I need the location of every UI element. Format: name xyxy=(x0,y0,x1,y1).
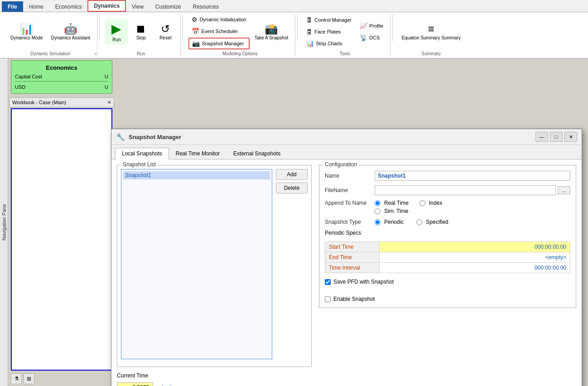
strip-charts-button[interactable]: 📊 Strip Charts xyxy=(303,38,355,49)
flask-icon[interactable]: ⚗ xyxy=(11,373,22,384)
tab-file[interactable]: File xyxy=(2,1,23,12)
name-input[interactable] xyxy=(375,171,570,181)
snapshot-list-box: Snapshot1 xyxy=(121,169,272,359)
save-pfd-checkbox[interactable] xyxy=(325,279,331,285)
take-snapshot-button[interactable]: 📸 Take A Snapshot xyxy=(251,21,292,43)
run-group-label: Run xyxy=(137,49,145,56)
dialog-close-button[interactable]: ✕ xyxy=(564,132,577,142)
dynamics-assistant-button[interactable]: 🤖 Dynamics Assistant xyxy=(48,21,94,43)
enable-snapshot-row: Enable Snapshot xyxy=(325,296,570,302)
ribbon-content: 📊 Dynamics Mode 🤖 Dynamics Assistant Dyn… xyxy=(0,12,588,58)
workbook-close-button[interactable]: × xyxy=(108,99,111,106)
dcs-button[interactable]: 📡 DCS xyxy=(357,32,386,43)
take-snapshot-icon: 📸 xyxy=(265,24,278,34)
summary-items: ≡ Equation Summary Summary xyxy=(398,14,464,49)
economics-card: Economics Capital Cost U USD U xyxy=(11,60,112,94)
event-scheduler-button[interactable]: 📅 Event Scheduler xyxy=(188,26,249,37)
reset-button[interactable]: ↺ Reset xyxy=(154,21,177,43)
tab-dynamics[interactable]: Dynamics xyxy=(87,0,126,12)
tab-home[interactable]: Home xyxy=(23,1,49,12)
strip-charts-label: Strip Charts xyxy=(316,41,342,46)
dialog-maximize-button[interactable]: □ xyxy=(550,132,563,142)
start-time-value[interactable]: 000:00:00.00 xyxy=(380,242,570,252)
left-panel: Navigation Pane Economics Capital Cost U… xyxy=(0,58,114,386)
currency-label: USD xyxy=(15,84,25,90)
snapshot-list-section: Snapshot List Snapshot1 Add Delete xyxy=(117,165,312,386)
end-time-value[interactable]: <empty> xyxy=(380,252,570,263)
profile-label: Profile xyxy=(369,23,383,29)
tab-local-snapshots[interactable]: Local Snapshots xyxy=(115,148,169,159)
dynamics-assistant-label: Dynamics Assistant xyxy=(51,35,91,40)
dynamic-init-button[interactable]: ⚙ Dynamic Initialization xyxy=(188,14,249,25)
real-time-radio[interactable] xyxy=(375,200,381,206)
dynamic-init-icon: ⚙ xyxy=(192,16,198,23)
index-radio[interactable] xyxy=(419,200,425,206)
periodic-radio[interactable] xyxy=(375,219,381,225)
reset-icon: ↺ xyxy=(161,24,170,34)
profile-button[interactable]: 📈 Profile xyxy=(357,20,386,31)
tab-resources[interactable]: Resources xyxy=(187,1,225,12)
snapshot-type-row: Snapshot Type Periodic Specified xyxy=(325,219,570,225)
configuration-legend: Configuration xyxy=(323,161,359,168)
dialog-titlebar: 🔧 Snapshot Manager — □ ✕ xyxy=(111,129,582,145)
take-snapshot-label: Take A Snapshot xyxy=(255,35,289,40)
specified-radio[interactable] xyxy=(416,219,422,225)
profile-icon: 📈 xyxy=(360,22,367,29)
current-time-label: Current Time xyxy=(117,372,148,379)
dialog-icon: 🔧 xyxy=(116,133,125,141)
ribbon-group-summary: ≡ Equation Summary Summary Summary xyxy=(395,14,468,56)
tab-view[interactable]: View xyxy=(126,1,149,12)
workbook-header: Workbook - Case (Main) × xyxy=(9,97,114,107)
time-interval-value[interactable]: 000:00:00.00 xyxy=(380,263,570,273)
navigation-pane[interactable]: Navigation Pane xyxy=(0,58,8,386)
name-label: Name xyxy=(325,173,375,179)
event-scheduler-label: Event Scheduler xyxy=(201,29,238,34)
time-interval-label: Time Interval xyxy=(325,263,380,273)
current-time-value: 0.0000 xyxy=(117,382,153,386)
tab-customize[interactable]: Customize xyxy=(149,1,187,12)
dialog-body: Snapshot List Snapshot1 Add Delete xyxy=(111,159,582,386)
append-to-name-row: Append To Name Real Time Index xyxy=(325,200,570,214)
tab-real-time-monitor[interactable]: Real Time Monitor xyxy=(169,148,227,159)
equation-summary-button[interactable]: ≡ Equation Summary Summary xyxy=(398,21,464,43)
dynamic-simulation-expand-icon[interactable]: ↗ xyxy=(94,52,97,56)
snapshot-item-1[interactable]: Snapshot1 xyxy=(123,171,270,179)
face-plates-label: Face Plates xyxy=(314,29,341,34)
sim-time-radio-row: Sim. Time xyxy=(375,208,442,214)
dynamics-mode-button[interactable]: 📊 Dynamics Mode xyxy=(7,21,46,43)
periodic-specs-row: Periodic Specs Start Time 000:00:00.00 E… xyxy=(325,230,570,273)
snapshot-manager-icon: 📷 xyxy=(192,40,200,47)
control-manager-button[interactable]: 🎛 Control Manager xyxy=(303,14,355,25)
face-plates-button[interactable]: 🎛 Face Plates xyxy=(303,26,355,37)
sim-time-radio[interactable] xyxy=(375,208,381,214)
name-row: Name xyxy=(325,171,570,181)
snapshot-list-container: Snapshot1 xyxy=(121,169,272,363)
stop-button[interactable]: ⏹ Stop xyxy=(130,21,152,43)
enable-snapshot-checkbox[interactable] xyxy=(325,296,331,302)
configuration-section: Configuration Name FileName ... xyxy=(319,165,576,386)
dialog-minimize-button[interactable]: — xyxy=(535,132,548,142)
periodic-specs-table: Start Time 000:00:00.00 End Time <empty>… xyxy=(325,241,570,273)
reset-label: Reset xyxy=(159,35,171,40)
browse-button[interactable]: ... xyxy=(558,186,570,194)
tab-external-snapshots[interactable]: External Snapshots xyxy=(227,148,287,159)
economics-title: Economics xyxy=(15,64,108,71)
filename-input[interactable] xyxy=(375,185,556,195)
capital-cost-label: Capital Cost xyxy=(15,74,42,79)
workbook-content xyxy=(11,108,112,371)
add-snapshot-button[interactable]: Add xyxy=(276,169,308,180)
grid-icon[interactable]: ⊞ xyxy=(24,373,34,384)
dcs-icon: 📡 xyxy=(360,34,367,41)
tab-economics[interactable]: Economics xyxy=(49,1,88,12)
equation-summary-label: Equation Summary Summary xyxy=(401,35,461,40)
dynamic-simulation-items: 📊 Dynamics Mode 🤖 Dynamics Assistant xyxy=(7,14,93,49)
enable-snapshot-label: Enable Snapshot xyxy=(333,296,375,302)
real-time-radio-label: Real Time xyxy=(384,200,409,206)
run-button[interactable]: ▶ Run xyxy=(105,19,128,44)
snapshot-manager-button[interactable]: 📷 Snapshot Manager xyxy=(188,38,249,49)
end-time-row: End Time <empty> xyxy=(325,252,570,263)
economics-capital-cost-row: Capital Cost U xyxy=(15,74,108,79)
delete-snapshot-button[interactable]: Delete xyxy=(276,183,308,193)
snapshot-list-group: Snapshot List Snapshot1 Add Delete xyxy=(117,165,312,367)
strip-charts-icon: 📊 xyxy=(306,40,314,47)
